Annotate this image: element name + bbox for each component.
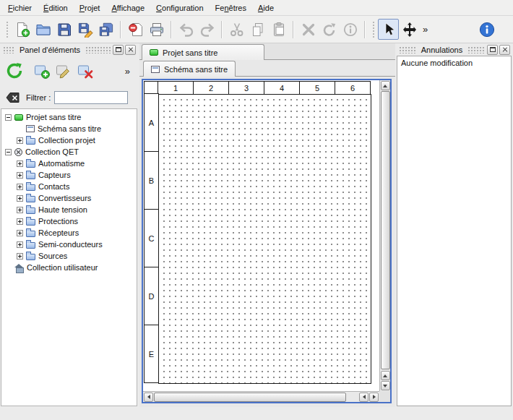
- menu-edition[interactable]: Édition: [38, 1, 74, 15]
- scroll-left-button[interactable]: [144, 393, 153, 402]
- tree-item-automatisme[interactable]: Automatisme: [1, 158, 137, 169]
- expand-expander-icon[interactable]: [17, 241, 23, 248]
- about-button[interactable]: [476, 19, 497, 40]
- expand-expander-icon[interactable]: [17, 253, 23, 260]
- copy-icon: [250, 22, 266, 38]
- menu-projet[interactable]: Projet: [74, 1, 106, 15]
- expand-expander-icon[interactable]: [17, 137, 23, 144]
- close-icon: [128, 47, 134, 53]
- tree-item-protections[interactable]: Protections: [1, 215, 137, 227]
- elements-panel-toolbar: »: [0, 56, 138, 86]
- toolbar-handle[interactable]: [5, 20, 9, 39]
- tree-item-convertisseurs[interactable]: Convertisseurs: [1, 192, 137, 204]
- panel-toolbar-overflow-button[interactable]: »: [122, 66, 133, 77]
- expand-expander-icon[interactable]: [17, 207, 23, 213]
- collapse-expander-icon[interactable]: [5, 149, 12, 155]
- tree-item-capteurs[interactable]: Capteurs: [1, 169, 137, 181]
- filter-input[interactable]: [54, 91, 128, 104]
- column-header-cell: 1: [158, 81, 194, 95]
- scroll-up-button[interactable]: [381, 81, 390, 90]
- dock-float-button[interactable]: [113, 45, 124, 55]
- save-as-button[interactable]: [74, 19, 95, 40]
- save-button[interactable]: [53, 19, 74, 40]
- diagram-canvas[interactable]: 1 2 3 4 5 6 A B C D E: [143, 80, 379, 391]
- dock-texture: [467, 46, 486, 53]
- home-icon: [14, 264, 24, 272]
- folder-icon: [26, 254, 35, 260]
- scroll-down-button[interactable]: [381, 381, 390, 390]
- open-project-button[interactable]: [33, 19, 53, 40]
- tree-item-collection-projet[interactable]: Collection projet: [1, 134, 137, 146]
- save-all-button[interactable]: [95, 19, 116, 40]
- tree-item-haute-tension[interactable]: Haute tension: [1, 204, 137, 215]
- tab-projet-sans-titre[interactable]: Projet sans titre: [142, 44, 264, 60]
- expand-expander-icon[interactable]: [17, 160, 23, 167]
- undo-icon: [178, 22, 194, 38]
- delete-button[interactable]: [298, 19, 319, 40]
- close-file-button[interactable]: [125, 19, 146, 40]
- horizontal-scrollbar[interactable]: [143, 391, 379, 402]
- menu-label: ichier: [13, 4, 32, 12]
- rotate-button[interactable]: [319, 19, 340, 40]
- menu-fichier[interactable]: Fichier: [2, 1, 38, 15]
- menu-label: onfiguration: [162, 4, 204, 12]
- vertical-scroll-thumb[interactable]: [381, 91, 390, 369]
- folder-icon: [26, 207, 35, 214]
- tree-item-semi-conducteurs[interactable]: Semi-conducteurs: [1, 239, 137, 250]
- scroll-right-button[interactable]: [369, 393, 379, 402]
- reload-collections-button[interactable]: [4, 60, 25, 82]
- menu-aide[interactable]: Aide: [252, 1, 280, 15]
- row-header-cell: A: [144, 93, 159, 152]
- undo-button[interactable]: [176, 19, 197, 40]
- elements-panel-titlebar[interactable]: Panel d'éléments: [0, 43, 138, 56]
- delete-element-button[interactable]: [74, 60, 96, 82]
- expand-expander-icon[interactable]: [17, 195, 23, 202]
- tab-schema-sans-titre[interactable]: Schéma sans titre: [143, 61, 236, 77]
- select-tool-button[interactable]: [378, 19, 399, 40]
- menu-fenetres[interactable]: Fenêtres: [210, 1, 252, 15]
- undo-history-list[interactable]: Aucune modification: [397, 56, 512, 406]
- paste-button[interactable]: [268, 19, 289, 40]
- folder-icon: [26, 196, 35, 202]
- new-project-button[interactable]: [12, 19, 33, 40]
- new-element-button[interactable]: [31, 60, 53, 82]
- undo-dock-titlebar[interactable]: Annulations: [396, 43, 512, 56]
- tree-item-contacts[interactable]: Contacts: [1, 181, 137, 192]
- tab-label: Projet sans titre: [163, 48, 217, 57]
- tree-item-sources[interactable]: Sources: [1, 250, 137, 262]
- tree-item-collection-utilisateur[interactable]: Collection utilisateur: [1, 262, 137, 273]
- tree-item-collection-qet[interactable]: Collection QET: [1, 146, 137, 158]
- menu-configuration[interactable]: Configuration: [150, 1, 209, 15]
- tree-item-projet-sans-titre[interactable]: Projet sans titre: [1, 111, 137, 123]
- dock-close-button[interactable]: [125, 45, 136, 55]
- tree-item-label: Haute tension: [38, 205, 87, 214]
- diagram-grid[interactable]: [158, 94, 371, 384]
- collapse-expander-icon[interactable]: [5, 114, 12, 121]
- cut-button[interactable]: [226, 19, 247, 40]
- application-window: Fichier Édition Projet Affichage Configu…: [0, 0, 513, 420]
- close-file-icon: [128, 22, 144, 38]
- scroll-left-button[interactable]: [359, 393, 368, 402]
- copy-button[interactable]: [247, 19, 268, 40]
- scroll-up-button[interactable]: [381, 371, 390, 380]
- expand-expander-icon[interactable]: [17, 172, 23, 179]
- expand-expander-icon[interactable]: [17, 184, 23, 190]
- pan-tool-button[interactable]: [399, 19, 420, 40]
- clear-filter-button[interactable]: [4, 89, 22, 106]
- toolbar-handle[interactable]: [371, 20, 376, 39]
- tree-item-schema-sans-titre[interactable]: Schéma sans titre: [1, 123, 137, 134]
- menu-affichage[interactable]: Affichage: [105, 1, 150, 15]
- element-information-button[interactable]: [340, 19, 361, 40]
- toolbar-overflow-button[interactable]: »: [420, 24, 431, 35]
- tree-item-recepteurs[interactable]: Récepteurs: [1, 227, 137, 239]
- vertical-scrollbar[interactable]: [379, 80, 390, 391]
- dock-close-button[interactable]: [499, 45, 510, 55]
- edit-element-button[interactable]: [53, 60, 74, 82]
- horizontal-scroll-thumb[interactable]: [154, 393, 346, 402]
- print-button[interactable]: [146, 19, 167, 40]
- tree-item-label: Récepteurs: [38, 228, 79, 237]
- expand-expander-icon[interactable]: [17, 218, 23, 225]
- dock-float-button[interactable]: [487, 45, 498, 55]
- redo-button[interactable]: [197, 19, 217, 40]
- expand-expander-icon[interactable]: [17, 230, 23, 236]
